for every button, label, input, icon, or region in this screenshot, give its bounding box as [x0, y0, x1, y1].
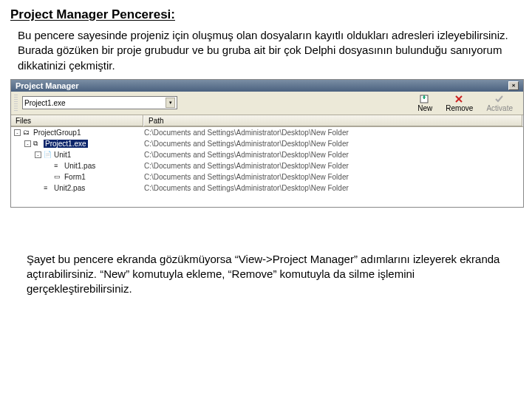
path-cell: C:\Documents and Settings\Administrator\…	[144, 151, 523, 159]
path-cell: C:\Documents and Settings\Administrator\…	[144, 129, 523, 137]
pas-icon: ≡	[44, 184, 54, 191]
expand-box[interactable]: -	[14, 129, 21, 136]
intro-paragraph: Bu pencere sayesinde projeniz için oluşm…	[18, 28, 522, 73]
path-cell: C:\Documents and Settings\Administrator\…	[144, 140, 523, 148]
combo-value: Project1.exe	[24, 99, 166, 107]
tree-item-label: Unit1.pas	[64, 162, 95, 170]
tree-row[interactable]: -📄Unit1C:\Documents and Settings\Adminis…	[11, 149, 523, 160]
expand-box[interactable]: -	[24, 140, 31, 147]
svg-rect-2	[423, 95, 425, 99]
activate-label: Activate	[486, 104, 513, 112]
path-cell: C:\Documents and Settings\Administrator\…	[144, 184, 523, 192]
tree-item-label: Unit1	[54, 151, 71, 159]
tree-item-label: Project1.exe	[44, 140, 88, 148]
window-title-text: Project Manager	[16, 81, 79, 90]
pas-icon: ≡	[54, 162, 64, 169]
toolbar: Project1.exe ▾ New Remove Activate	[11, 92, 523, 115]
path-cell: C:\Documents and Settings\Administrator\…	[144, 162, 523, 170]
outro-paragraph: Şayet bu pencere ekranda gözükmüyorsa “V…	[27, 252, 514, 297]
new-icon	[419, 94, 431, 104]
unit-icon: 📄	[44, 151, 54, 158]
column-headers: Files Path	[11, 115, 523, 127]
tree-row[interactable]: -🗂ProjectGroup1C:\Documents and Settings…	[11, 127, 523, 138]
project-icon: ⧉	[33, 140, 44, 148]
remove-button[interactable]: Remove	[440, 94, 479, 112]
tree-row[interactable]: ▭Form1C:\Documents and Settings\Administ…	[11, 171, 523, 183]
column-files[interactable]: Files	[11, 115, 144, 126]
project-group-icon: 🗂	[23, 129, 33, 136]
expand-box[interactable]: -	[35, 151, 41, 158]
activate-button: Activate	[480, 94, 519, 112]
remove-label: Remove	[446, 104, 473, 112]
tree-row[interactable]: ≡Unit1.pasC:\Documents and Settings\Admi…	[11, 160, 523, 171]
page-title: Project Manager Penceresi:	[10, 7, 522, 22]
new-button[interactable]: New	[412, 94, 438, 112]
chevron-down-icon[interactable]: ▾	[166, 98, 175, 108]
tree-row[interactable]: ≡Unit2.pasC:\Documents and Settings\Admi…	[11, 183, 523, 194]
active-project-combo[interactable]: Project1.exe ▾	[22, 96, 177, 109]
tree-row[interactable]: -⧉Project1.exeC:\Documents and Settings\…	[11, 138, 523, 149]
project-manager-window: Project Manager × Project1.exe ▾ New Rem…	[10, 79, 524, 208]
remove-icon	[454, 94, 466, 104]
tree-item-label: Form1	[64, 173, 86, 181]
file-tree[interactable]: -🗂ProjectGroup1C:\Documents and Settings…	[11, 127, 523, 207]
window-titlebar[interactable]: Project Manager ×	[11, 80, 523, 92]
tree-item-label: Unit2.pas	[54, 184, 85, 192]
column-path[interactable]: Path	[144, 115, 523, 126]
activate-icon	[494, 94, 505, 104]
toolbar-grip	[14, 95, 18, 111]
tree-item-label: ProjectGroup1	[33, 129, 81, 137]
close-icon[interactable]: ×	[508, 81, 519, 90]
new-label: New	[417, 104, 432, 112]
path-cell: C:\Documents and Settings\Administrator\…	[144, 173, 523, 181]
form-icon: ▭	[54, 173, 64, 180]
